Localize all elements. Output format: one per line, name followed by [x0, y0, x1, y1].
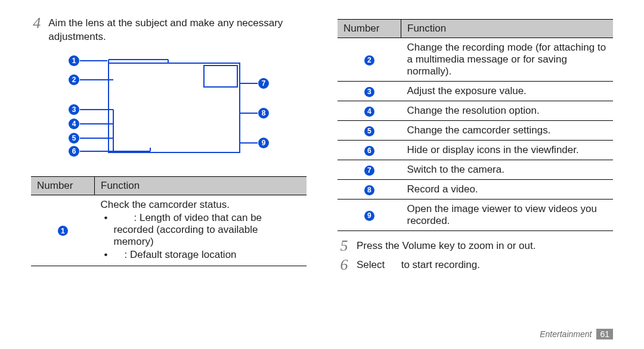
svg-text:5: 5 — [72, 134, 76, 142]
svg-text:2: 2 — [72, 76, 76, 84]
callout-table-left: Number Function 1 Check the camcorder st… — [31, 176, 306, 266]
svg-text:3: 3 — [72, 105, 76, 114]
cell-function: Check the camcorder status. : Length of … — [95, 195, 307, 266]
callout-table-right: Number Function 2 Change the recording m… — [338, 19, 613, 231]
cell-number: 2 — [338, 38, 401, 82]
row1-sublist: : Length of video that can be recorded (… — [101, 212, 301, 261]
callout-badge-icon: 5 — [364, 126, 374, 136]
svg-rect-1 — [204, 66, 237, 87]
cell-number: 7 — [338, 160, 401, 180]
page-footer: Entertainment 61 — [540, 329, 613, 339]
table-row: 7 Switch to the camera. — [338, 160, 613, 180]
step-4: 4 Aim the lens at the subject and make a… — [31, 17, 306, 44]
table-row: 9 Open the image viewer to view videos y… — [338, 200, 613, 231]
step-number: 4 — [31, 15, 42, 43]
table-row: 4 Change the resolution option. — [338, 101, 613, 121]
step-5: 5 Press the Volume key to zoom in or out… — [338, 239, 613, 255]
svg-text:6: 6 — [72, 147, 76, 155]
cell-function: Change the recording mode (for attaching… — [401, 38, 614, 82]
right-column: Number Function 2 Change the recording m… — [338, 17, 613, 278]
table-row: 3 Adjust the exposure value. — [338, 82, 613, 101]
table-row: 6 Hide or display icons in the viewfinde… — [338, 141, 613, 160]
table-row: 2 Change the recording mode (for attachi… — [338, 38, 613, 82]
diagram-svg: 1 2 3 4 5 6 7 8 9 — [55, 48, 281, 167]
callout-5-icon: 5 — [69, 133, 79, 144]
cell-function: Hide or display icons in the viewfinder. — [401, 141, 614, 160]
cell-function: Change the camcorder settings. — [401, 121, 614, 141]
th-number: Number — [338, 20, 401, 38]
row1-title: Check the camcorder status. — [101, 199, 301, 211]
manual-page: 4 Aim the lens at the subject and make a… — [0, 0, 644, 349]
cell-number: 1 — [31, 195, 95, 266]
svg-text:9: 9 — [262, 139, 266, 147]
step-number: 5 — [338, 238, 351, 254]
bullet-text: : Length of video that can be recorded (… — [114, 212, 262, 247]
th-number: Number — [31, 176, 95, 195]
table-row: 1 Check the camcorder status. : Length o… — [31, 195, 306, 266]
th-function: Function — [95, 176, 307, 195]
step-text: Select to start recording. — [357, 258, 480, 274]
callout-badge-icon: 7 — [364, 166, 374, 176]
cell-number: 9 — [338, 200, 401, 231]
bullet-text: : Default storage location — [125, 249, 237, 260]
cell-function: Open the image viewer to view videos you… — [401, 200, 614, 231]
footer-section-name: Entertainment — [540, 329, 592, 339]
cell-number: 3 — [338, 82, 401, 101]
two-column-layout: 4 Aim the lens at the subject and make a… — [31, 17, 613, 278]
cell-number: 8 — [338, 180, 401, 200]
callout-8-icon: 8 — [258, 108, 269, 119]
step-text: Aim the lens at the subject and make any… — [48, 17, 306, 44]
callout-1-icon: 1 — [69, 55, 79, 66]
callout-1-badge-icon: 1 — [58, 226, 68, 236]
svg-text:4: 4 — [72, 120, 76, 128]
cell-number: 4 — [338, 101, 401, 121]
callout-badge-icon: 8 — [364, 185, 374, 195]
callout-2-icon: 2 — [69, 74, 79, 85]
step-number: 6 — [338, 257, 351, 273]
left-column: 4 Aim the lens at the subject and make a… — [31, 17, 306, 278]
table-header-row: Number Function — [31, 176, 306, 195]
footer-page-number: 61 — [596, 329, 613, 339]
cell-function: Change the resolution option. — [401, 101, 614, 121]
viewfinder-diagram: 1 2 3 4 5 6 7 8 9 — [55, 48, 306, 169]
callout-7-icon: 7 — [258, 78, 269, 89]
th-function: Function — [401, 20, 614, 38]
callout-badge-icon: 4 — [364, 107, 374, 117]
step6-part-b: to start recording. — [398, 259, 480, 270]
step-text: Press the Volume key to zoom in or out. — [357, 239, 535, 255]
svg-text:7: 7 — [262, 79, 266, 88]
callout-badge-icon: 9 — [364, 211, 374, 221]
cell-function: Record a video. — [401, 180, 614, 200]
callout-9-icon: 9 — [258, 138, 269, 148]
step-6: 6 Select to start recording. — [338, 258, 613, 274]
callout-4-icon: 4 — [69, 119, 79, 129]
callout-badge-icon: 6 — [364, 146, 374, 156]
callout-3-icon: 3 — [69, 104, 79, 115]
svg-text:8: 8 — [262, 109, 266, 117]
cell-number: 5 — [338, 121, 401, 141]
table-row: 8 Record a video. — [338, 180, 613, 200]
step6-part-a: Select — [357, 259, 388, 270]
callout-6-icon: 6 — [69, 146, 79, 157]
cell-number: 6 — [338, 141, 401, 160]
table-row: 5 Change the camcorder settings. — [338, 121, 613, 141]
callout-badge-icon: 2 — [364, 55, 374, 66]
cell-function: Adjust the exposure value. — [401, 82, 614, 101]
list-item: : Length of video that can be recorded (… — [101, 212, 301, 248]
callout-badge-icon: 3 — [364, 87, 374, 97]
cell-function: Switch to the camera. — [401, 160, 614, 180]
svg-rect-0 — [109, 63, 240, 152]
table-header-row: Number Function — [338, 20, 613, 38]
list-item: : Default storage location — [101, 249, 301, 261]
svg-text:1: 1 — [72, 57, 76, 65]
